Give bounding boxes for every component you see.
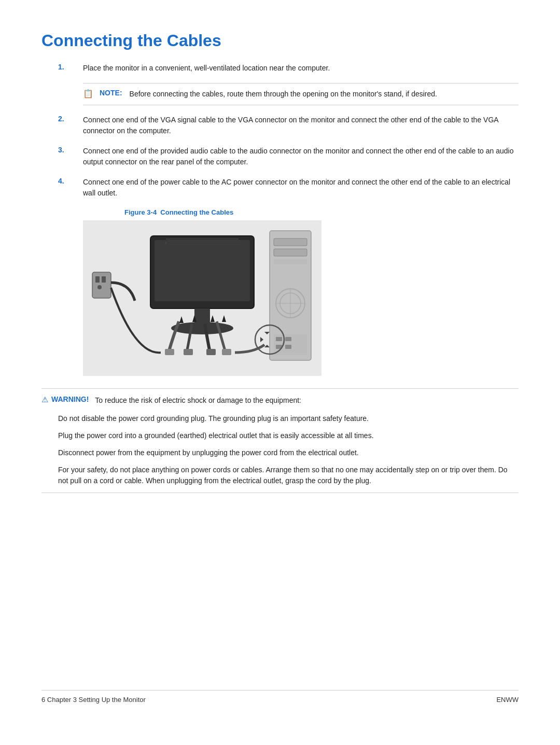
step-number: 1. (58, 63, 83, 71)
steps-list: 1. Place the monitor in a convenient, we… (41, 63, 519, 74)
svg-rect-32 (285, 345, 291, 349)
step-number: 3. (58, 146, 83, 154)
note-label: NOTE: (100, 89, 122, 97)
svg-rect-10 (194, 308, 210, 324)
figure-label: Figure 3-4 Connecting the Cables (124, 208, 233, 216)
page-footer: 6 Chapter 3 Setting Up the Monitor ENWW (41, 690, 519, 704)
svg-rect-14 (206, 349, 216, 355)
step-number: 4. (58, 177, 83, 185)
warning-box: ⚠ WARNING! To reduce the risk of electri… (41, 388, 519, 493)
svg-rect-30 (285, 337, 291, 341)
svg-rect-3 (102, 276, 106, 283)
list-item: 4. Connect one end of the power cable to… (41, 177, 519, 199)
note-icon: 📋 (83, 89, 93, 99)
figure-image (83, 220, 321, 376)
step-text: Connect one end of the VGA signal cable … (83, 115, 519, 136)
step-text: Connect one end of the power cable to th… (83, 177, 519, 199)
footer-left-text: 6 Chapter 3 Setting Up the Monitor (41, 696, 146, 704)
main-content: Connecting the Cables 1. Place the monit… (41, 31, 519, 690)
footer-right-text: ENWW (496, 696, 519, 704)
warning-triangle-icon: ⚠ (41, 395, 48, 404)
svg-rect-1 (92, 272, 111, 298)
svg-point-11 (171, 322, 233, 334)
steps-list-2: 2. Connect one end of the VGA signal cab… (41, 115, 519, 199)
svg-rect-23 (274, 259, 307, 264)
svg-rect-15 (222, 349, 231, 355)
step-text: Connect one end of the provided audio ca… (83, 146, 519, 167)
list-item: 2. Connect one end of the VGA signal cab… (41, 115, 519, 136)
step-number: 2. (58, 115, 83, 123)
note-box: 📋 NOTE: Before connecting the cables, ro… (83, 83, 519, 105)
svg-rect-13 (184, 349, 193, 355)
svg-rect-22 (274, 249, 307, 256)
warning-items: Do not disable the power cord grounding … (58, 413, 519, 486)
warning-header: ⚠ WARNING! To reduce the risk of electri… (41, 395, 519, 406)
svg-rect-12 (165, 349, 174, 355)
warning-item: Do not disable the power cord grounding … (58, 413, 519, 424)
monitor-svg (83, 220, 321, 376)
warning-intro-text: To reduce the risk of electric shock or … (95, 395, 301, 406)
list-item: 3. Connect one end of the provided audio… (41, 146, 519, 167)
note-text: Before connecting the cables, route them… (130, 89, 437, 100)
list-item: 1. Place the monitor in a convenient, we… (41, 63, 519, 74)
warning-item: For your safety, do not place anything o… (58, 465, 519, 486)
svg-rect-4 (97, 285, 102, 289)
svg-rect-21 (274, 238, 307, 246)
warning-label: WARNING! (51, 395, 89, 403)
warning-item: Plug the power cord into a grounded (ear… (58, 430, 519, 441)
warning-item: Disconnect power from the equipment by u… (58, 447, 519, 458)
page-title: Connecting the Cables (41, 31, 519, 50)
svg-rect-6 (155, 240, 250, 301)
step-text: Place the monitor in a convenient, well-… (83, 63, 519, 74)
svg-rect-29 (276, 337, 282, 341)
page: Connecting the Cables 1. Place the monit… (0, 0, 560, 745)
svg-rect-2 (95, 276, 100, 283)
